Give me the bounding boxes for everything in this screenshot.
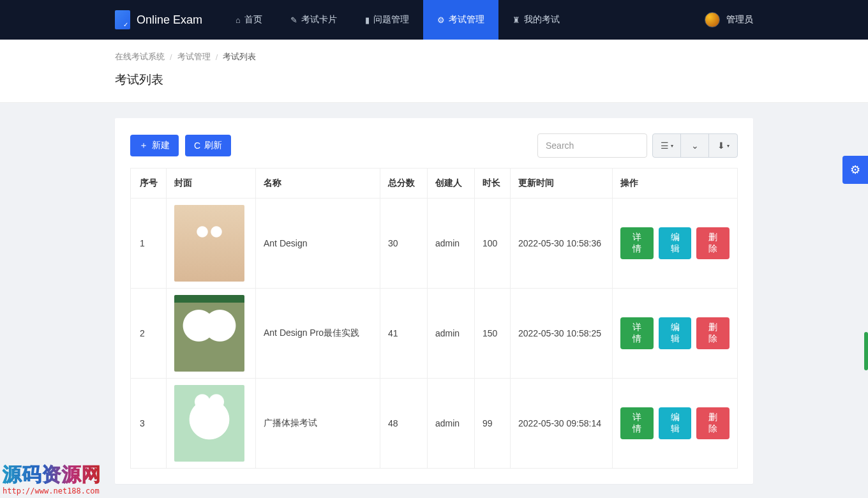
cell-updated: 2022-05-30 10:58:25 — [511, 289, 613, 379]
nav-exam-mgmt[interactable]: ⚙ 考试管理 — [423, 0, 498, 40]
settings-fab[interactable]: ⚙ — [842, 156, 868, 184]
nav-my-exam[interactable]: ♜ 我的考试 — [498, 0, 574, 40]
columns-button[interactable]: ☰▾ — [653, 134, 681, 157]
document-icon: ▮ — [365, 15, 370, 25]
col-name: 名称 — [256, 169, 380, 199]
caret-down-icon: ▾ — [671, 143, 673, 149]
breadcrumb-item[interactable]: 在线考试系统 — [115, 51, 165, 63]
delete-button[interactable]: 删除 — [696, 227, 730, 259]
download-icon: ⬇ — [717, 140, 725, 151]
cell-actions: 详情 编辑 删除 — [613, 379, 738, 469]
gear-icon: ⚙ — [850, 163, 860, 177]
page-header: 在线考试系统 / 考试管理 / 考试列表 考试列表 — [0, 40, 868, 103]
cover-image — [174, 205, 244, 282]
cell-cover — [167, 199, 256, 289]
cell-duration: 150 — [475, 289, 511, 379]
breadcrumb-separator: / — [216, 52, 218, 62]
cell-actions: 详情 编辑 删除 — [613, 289, 738, 379]
avatar — [705, 12, 720, 27]
caret-down-icon: ▾ — [727, 143, 730, 149]
cell-name: Ant Design Pro最佳实践 — [256, 289, 380, 379]
expand-button[interactable]: ⌄ — [681, 134, 709, 157]
col-creator: 创建人 — [428, 169, 475, 199]
button-label: 刷新 — [204, 140, 222, 151]
page-title: 考试列表 — [115, 72, 753, 88]
chevron-down-icon: ⌄ — [691, 140, 699, 151]
cell-name: Ant Design — [256, 199, 380, 289]
watermark-title: 源码资源网 — [3, 462, 101, 488]
logo-icon — [115, 10, 130, 29]
home-icon: ⌂ — [236, 15, 241, 25]
col-cover: 封面 — [167, 169, 256, 199]
nav-label: 考试管理 — [449, 14, 484, 26]
table-row: 1 Ant Design 30 admin 100 2022-05-30 10:… — [131, 199, 738, 289]
cover-image — [174, 295, 244, 372]
breadcrumb-item[interactable]: 考试管理 — [177, 51, 211, 63]
plus-icon: ＋ — [139, 140, 148, 151]
button-label: 新建 — [152, 140, 170, 151]
refresh-button[interactable]: C 刷新 — [185, 135, 231, 156]
table-header-row: 序号 封面 名称 总分数 创建人 时长 更新时间 操作 — [131, 169, 738, 199]
cell-total: 30 — [380, 199, 428, 289]
cell-index: 3 — [131, 379, 167, 469]
breadcrumb-separator: / — [170, 52, 172, 62]
nav-exam-card[interactable]: ✎ 考试卡片 — [276, 0, 351, 40]
cell-cover — [167, 379, 256, 469]
col-index: 序号 — [131, 169, 167, 199]
cell-creator: admin — [428, 379, 475, 469]
col-duration: 时长 — [475, 169, 511, 199]
detail-button[interactable]: 详情 — [620, 317, 654, 349]
search-input[interactable] — [537, 133, 647, 158]
view-controls: ☰▾ ⌄ ⬇▾ — [652, 133, 738, 158]
nav-question-mgmt[interactable]: ▮ 问题管理 — [351, 0, 423, 40]
nav-label: 问题管理 — [373, 14, 409, 26]
edit-button[interactable]: 编辑 — [659, 227, 692, 259]
detail-button[interactable]: 详情 — [620, 227, 654, 259]
cell-updated: 2022-05-30 09:58:14 — [511, 379, 613, 469]
delete-button[interactable]: 删除 — [696, 317, 730, 349]
watermark-url: http://www.net188.com — [3, 487, 101, 495]
cell-updated: 2022-05-30 10:58:36 — [511, 199, 613, 289]
cover-image — [174, 385, 244, 462]
nav-label: 我的考试 — [524, 14, 560, 26]
table-row: 2 Ant Design Pro最佳实践 41 admin 150 2022-0… — [131, 289, 738, 379]
brand[interactable]: Online Exam — [115, 10, 202, 29]
cell-creator: admin — [428, 289, 475, 379]
user-name: 管理员 — [726, 14, 753, 26]
user-menu[interactable]: 管理员 — [705, 12, 753, 27]
scroll-indicator — [864, 332, 868, 370]
list-icon: ☰ — [661, 140, 669, 151]
cell-duration: 100 — [475, 199, 511, 289]
cell-index: 2 — [131, 289, 167, 379]
content-area: ＋ 新建 C 刷新 ☰▾ ⌄ ⬇▾ — [0, 103, 868, 498]
exam-table: 序号 封面 名称 总分数 创建人 时长 更新时间 操作 1 Ant Design… — [130, 168, 738, 469]
nav-home[interactable]: ⌂ 首页 — [221, 0, 276, 40]
detail-button[interactable]: 详情 — [620, 407, 654, 439]
top-header: Online Exam ⌂ 首页 ✎ 考试卡片 ▮ 问题管理 ⚙ 考试管理 ♜ … — [0, 0, 868, 40]
breadcrumb: 在线考试系统 / 考试管理 / 考试列表 — [115, 51, 753, 63]
edit-icon: ✎ — [290, 15, 297, 25]
export-button[interactable]: ⬇▾ — [709, 134, 737, 157]
nav-label: 考试卡片 — [301, 14, 337, 26]
edit-button[interactable]: 编辑 — [659, 317, 692, 349]
table-row: 3 广播体操考试 48 admin 99 2022-05-30 09:58:14… — [131, 379, 738, 469]
breadcrumb-item-current: 考试列表 — [223, 51, 256, 63]
toolbar-right: ☰▾ ⌄ ⬇▾ — [537, 133, 738, 158]
edit-button[interactable]: 编辑 — [659, 407, 692, 439]
nav-label: 首页 — [244, 14, 262, 26]
cell-cover — [167, 289, 256, 379]
gear-icon: ⚙ — [437, 15, 445, 25]
cell-creator: admin — [428, 199, 475, 289]
col-updated: 更新时间 — [511, 169, 613, 199]
table-card: ＋ 新建 C 刷新 ☰▾ ⌄ ⬇▾ — [115, 118, 753, 484]
refresh-icon: C — [194, 140, 200, 151]
watermark: 源码资源网 http://www.net188.com — [3, 462, 101, 495]
main-nav: ⌂ 首页 ✎ 考试卡片 ▮ 问题管理 ⚙ 考试管理 ♜ 我的考试 — [221, 0, 574, 40]
cell-name: 广播体操考试 — [256, 379, 380, 469]
cell-total: 41 — [380, 289, 428, 379]
delete-button[interactable]: 删除 — [696, 407, 730, 439]
cell-actions: 详情 编辑 删除 — [613, 199, 738, 289]
new-button[interactable]: ＋ 新建 — [130, 135, 179, 156]
cell-index: 1 — [131, 199, 167, 289]
col-actions: 操作 — [613, 169, 738, 199]
